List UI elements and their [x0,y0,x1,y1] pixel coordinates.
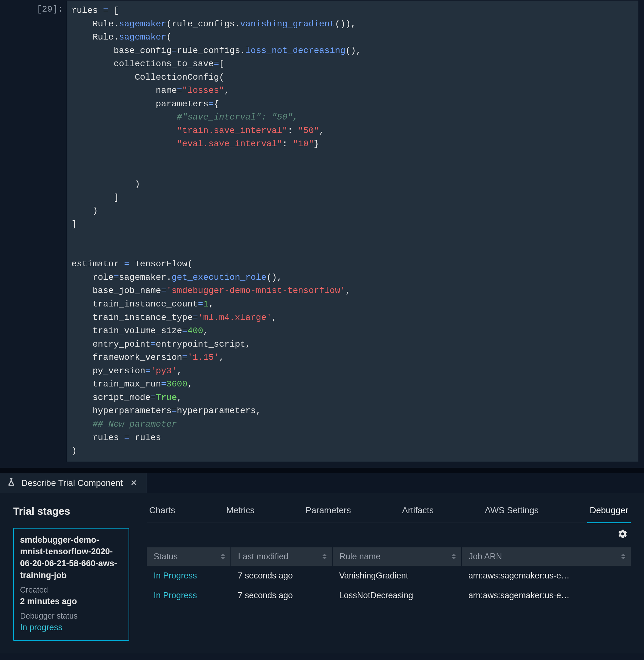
tab-describe-trial[interactable]: Describe Trial Component ✕ [0,474,147,493]
cell-rule: VanishingGradient [332,566,462,586]
trial-panel: Trial stages smdebugger-demo-mnist-tenso… [0,493,644,654]
debugger-status-value: In progress [20,621,122,634]
tab-aws-settings[interactable]: AWS Settings [482,505,541,523]
stage-title: smdebugger-demo-mnist-tensorflow-2020-06… [20,534,122,581]
col-job-arn[interactable]: Job ARN [462,547,631,566]
cell-rule: LossNotDecreasing [332,586,462,606]
cell-prompt: [29]: [6,1,67,462]
gear-icon[interactable] [618,529,628,541]
table-row[interactable]: In Progress7 seconds agoLossNotDecreasin… [147,586,631,606]
tab-debugger[interactable]: Debugger [587,505,631,523]
sort-icon[interactable] [621,554,626,559]
flask-icon [7,477,16,489]
close-icon[interactable]: ✕ [129,476,139,490]
tab-title: Describe Trial Component [21,478,123,488]
stage-card[interactable]: smdebugger-demo-mnist-tensorflow-2020-06… [13,528,129,641]
tab-artifacts[interactable]: Artifacts [399,505,436,523]
cell-modified: 7 seconds ago [231,586,332,606]
trial-stages-sidebar: Trial stages smdebugger-demo-mnist-tenso… [13,505,129,641]
cell-status: In Progress [147,566,231,586]
cell-status: In Progress [147,586,231,606]
sidebar-heading: Trial stages [13,505,129,517]
col-last-modified[interactable]: Last modified [231,547,332,566]
pane-divider[interactable] [0,468,644,474]
code-editor[interactable]: rules = [ Rule.sagemaker(rule_configs.va… [67,1,638,462]
cell-modified: 7 seconds ago [231,566,332,586]
tab-parameters[interactable]: Parameters [303,505,354,523]
created-label: Created [20,584,122,595]
panel-tabbar: Describe Trial Component ✕ [0,474,644,493]
cell-arn: arn:aws:sagemaker:us-e… [462,586,631,606]
code-cell: [29]: rules = [ Rule.sagemaker(rule_conf… [6,1,638,462]
created-value: 2 minutes ago [20,595,122,608]
sort-icon[interactable] [322,554,327,559]
detail-tabs: ChartsMetricsParametersArtifactsAWS Sett… [147,505,631,523]
trial-main: ChartsMetricsParametersArtifactsAWS Sett… [147,505,631,641]
debugger-table: StatusLast modifiedRule nameJob ARN In P… [147,547,631,606]
sort-icon[interactable] [451,554,456,559]
tab-metrics[interactable]: Metrics [224,505,257,523]
sort-icon[interactable] [221,554,225,559]
table-row[interactable]: In Progress7 seconds agoVanishingGradien… [147,566,631,586]
notebook-area: [29]: rules = [ Rule.sagemaker(rule_conf… [0,0,644,468]
tab-charts[interactable]: Charts [147,505,178,523]
cell-arn: arn:aws:sagemaker:us-e… [462,566,631,586]
col-rule-name[interactable]: Rule name [332,547,462,566]
debugger-status-label: Debugger status [20,610,122,621]
col-status[interactable]: Status [147,547,231,566]
